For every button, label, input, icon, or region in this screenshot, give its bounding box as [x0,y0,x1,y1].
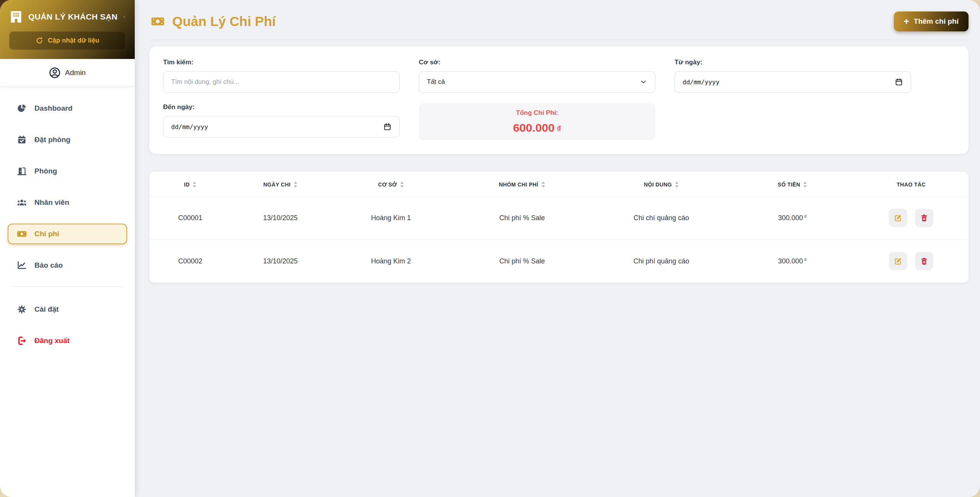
cell-content: Chi phí quảng cáo [592,240,731,283]
sidebar-item-label: Đăng xuất [34,337,70,345]
edit-pencil-icon [894,257,902,265]
column-header-co-so[interactable]: CƠ SỞ [330,172,452,196]
table-header-row: ID NGÀY CHI CƠ SỞ NHÓM CHI PHÍ NỘI DUNG … [149,172,969,196]
cell-facility: Hoàng Kim 1 [330,196,452,240]
pie-chart-icon [17,103,27,113]
sidebar-item-label: Phòng [34,167,57,175]
to-date-label: Đến ngày: [163,103,400,111]
chart-line-icon [17,260,27,270]
cell-date: 13/10/2025 [231,240,330,283]
from-date-label: Từ ngày: [675,59,911,66]
sidebar-item-label: Báo cáo [34,261,63,270]
currency-symbol: ₫ [804,214,807,219]
sidebar-menu: Dashboard Đặt phòng Phòng Nhân viên [0,87,135,497]
edit-button[interactable] [889,209,907,227]
from-date-field-group: Từ ngày: dd/mm/yyyy [675,59,911,93]
sidebar-item-bao-cao[interactable]: Báo cáo [8,255,127,276]
facility-label: Cơ sở: [419,59,655,66]
trash-icon [920,214,928,222]
sidebar-item-dat-phong[interactable]: Đặt phòng [8,129,127,150]
gear-icon [17,304,27,314]
sidebar-item-label: Nhân viên [34,198,69,207]
row-actions [857,252,965,270]
facility-selected-value: Tất cả [427,78,445,86]
sort-icon[interactable] [294,181,297,188]
currency-symbol: ₫ [804,257,807,263]
expense-table: ID NGÀY CHI CƠ SỞ NHÓM CHI PHÍ NỘI DUNG … [149,172,969,283]
sidebar-item-dashboard[interactable]: Dashboard [8,98,127,119]
column-header-thao-tac: THAO TÁC [854,172,969,196]
facility-select[interactable]: Tất cả [419,71,655,93]
to-date-input[interactable]: dd/mm/yyyy [163,116,400,137]
user-badge[interactable]: Admin [0,59,135,87]
sidebar-item-dang-xuat[interactable]: Đăng xuất [8,330,127,351]
column-header-so-tien[interactable]: SỐ TIỀN [731,172,854,196]
sort-icon[interactable] [675,181,679,188]
menu-divider [11,286,123,287]
user-name: Admin [65,69,86,77]
app-title: QUẢN LÝ KHÁCH SẠN [28,12,118,21]
cell-group: Chi phí % Sale [452,240,592,283]
sidebar-item-nhan-vien[interactable]: Nhân viên [8,192,127,213]
column-header-id[interactable]: ID [149,172,231,196]
cell-amount: 300.000₫ [731,196,854,240]
table-row: C00001 13/10/2025 Hoàng Kim 1 Chi phí % … [149,196,969,240]
delete-button[interactable] [915,252,933,270]
table-row: C00002 13/10/2025 Hoàng Kim 2 Chi phí % … [149,240,969,283]
users-icon [17,198,27,208]
sidebar-item-phong[interactable]: Phòng [8,161,127,181]
sidebar-item-label: Cài đặt [34,305,59,314]
to-date-field-group: Đến ngày: dd/mm/yyyy [163,103,400,140]
currency-symbol: ₫ [557,124,561,134]
sidebar: QUẢN LÝ KHÁCH SẠN Cập nhật dữ liệu Admin [0,0,135,497]
cell-amount: 300.000₫ [731,240,854,283]
search-field-group: Tìm kiếm: [163,59,400,93]
sort-icon[interactable] [400,181,404,188]
hotel-logo-icon [9,10,23,24]
column-header-nhom-chi-phi[interactable]: NHÓM CHI PHÍ [452,172,592,196]
filter-grid-spacer [675,103,911,140]
delete-button[interactable] [915,209,933,227]
door-icon [17,166,27,176]
money-bill-icon [17,229,27,239]
column-header-noi-dung[interactable]: NỘI DUNG [592,172,731,196]
page-header: Quản Lý Chi Phí + Thêm chi phí [149,11,969,40]
row-actions [857,209,965,227]
sidebar-item-label: Chi phí [34,230,59,238]
expense-table-card: ID NGÀY CHI CƠ SỞ NHÓM CHI PHÍ NỘI DUNG … [149,172,969,283]
sort-icon[interactable] [541,181,545,188]
page-title: Quản Lý Chi Phí [149,14,276,29]
cell-date: 13/10/2025 [231,196,330,240]
calendar-icon[interactable] [383,123,392,131]
edit-button[interactable] [889,252,907,270]
from-date-input[interactable]: dd/mm/yyyy [675,71,911,93]
search-input[interactable] [163,71,400,93]
money-bill-icon [149,15,166,28]
sort-icon[interactable] [193,181,196,188]
app-frame: QUẢN LÝ KHÁCH SẠN Cập nhật dữ liệu Admin [0,0,980,497]
cell-facility: Hoàng Kim 2 [330,240,452,283]
sort-icon[interactable] [803,181,807,188]
collapse-sidebar-icon[interactable] [123,12,126,22]
chevron-down-icon [640,78,647,86]
facility-field-group: Cơ sở: Tất cả [419,59,655,93]
cell-group: Chi phí % Sale [452,196,592,240]
total-expense-box: Tổng Chi Phí: 600.000₫ [419,103,655,140]
update-data-button[interactable]: Cập nhật dữ liệu [9,31,126,50]
total-expense-value: 600.000₫ [513,121,561,134]
add-expense-button[interactable]: + Thêm chi phí [894,11,969,31]
cell-id: C00002 [149,240,231,283]
sidebar-item-chi-phi[interactable]: Chi phí [8,224,127,244]
to-date-value: dd/mm/yyyy [171,123,208,131]
column-header-ngay-chi[interactable]: NGÀY CHI [231,172,330,196]
logout-icon [17,336,27,346]
cell-id: C00001 [149,196,231,240]
refresh-icon [36,37,43,44]
total-expense-label: Tổng Chi Phí: [516,109,558,117]
update-data-label: Cập nhật dữ liệu [48,37,99,44]
cell-content: Chi chí quảng cáo [592,196,731,240]
sidebar-item-cai-dat[interactable]: Cài đặt [8,299,127,320]
sidebar-item-label: Dashboard [34,104,72,113]
calendar-icon[interactable] [895,78,903,86]
search-label: Tìm kiếm: [163,59,400,66]
